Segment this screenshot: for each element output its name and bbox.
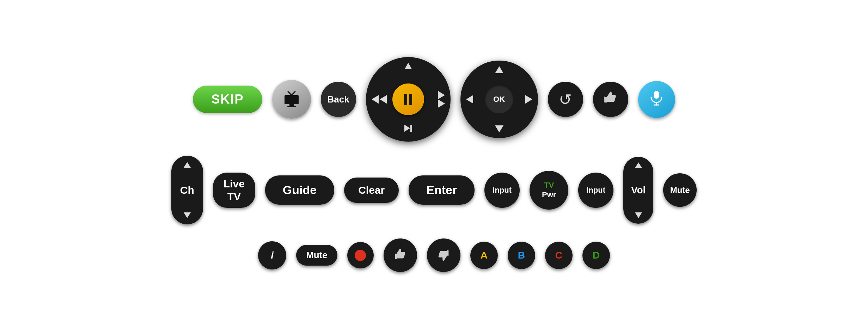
- channel-up-icon: [184, 162, 191, 168]
- back-button[interactable]: Back: [321, 82, 356, 117]
- a-label: A: [481, 250, 488, 261]
- microphone-button[interactable]: [638, 81, 675, 118]
- volume-label: Vol: [631, 185, 646, 196]
- livetv-button[interactable]: Live TV: [213, 173, 255, 208]
- fastforward-icon: [438, 91, 445, 108]
- play-icon: [405, 63, 412, 69]
- thumbsup-small-button[interactable]: [384, 238, 417, 272]
- volume-button[interactable]: Vol: [623, 157, 653, 224]
- row-bottom: i Mute A: [258, 238, 610, 272]
- input-label-1: Input: [493, 186, 512, 195]
- mute-button-2[interactable]: Mute: [296, 245, 337, 266]
- svg-rect-1: [289, 104, 294, 106]
- left-arrow-icon: [466, 95, 473, 104]
- volume-up-icon: [635, 162, 642, 168]
- stepforward-icon: [404, 125, 412, 132]
- c-label: C: [555, 250, 562, 261]
- thumbsup-button[interactable]: [593, 82, 628, 117]
- microphone-icon: [648, 89, 665, 110]
- record-button[interactable]: [347, 242, 374, 268]
- pause-icon: [404, 94, 412, 105]
- guide-button[interactable]: Guide: [265, 175, 334, 205]
- svg-line-3: [288, 92, 292, 95]
- row-top: SKIP Back: [193, 57, 675, 142]
- remote-buttons-layout: SKIP Back: [150, 43, 718, 286]
- channel-button[interactable]: Ch: [171, 156, 203, 224]
- channel-down-icon: [184, 212, 191, 218]
- info-button[interactable]: i: [258, 241, 286, 269]
- livetv-label-bottom: TV: [227, 190, 241, 203]
- record-icon: [355, 250, 366, 261]
- replay-button[interactable]: ↺: [548, 82, 583, 117]
- livetv-label-top: Live: [224, 178, 245, 190]
- b-label: B: [518, 250, 525, 261]
- thumbsup-small-icon: [392, 247, 408, 263]
- d-label: D: [593, 250, 600, 261]
- b-button[interactable]: B: [508, 242, 535, 269]
- row-middle: Ch Live TV Guide Clear Enter Input TV Pw…: [171, 156, 697, 224]
- tv-button[interactable]: [272, 80, 311, 119]
- input-label-2: Input: [586, 186, 605, 195]
- enter-button[interactable]: Enter: [409, 175, 475, 205]
- media-dpad: [366, 57, 451, 142]
- svg-rect-6: [654, 91, 659, 99]
- ok-button[interactable]: OK: [485, 85, 513, 113]
- skip-button[interactable]: SKIP: [193, 86, 262, 113]
- rewind-icon: [372, 95, 387, 104]
- svg-rect-0: [285, 95, 299, 104]
- tv-icon: [281, 89, 302, 110]
- input-button-1[interactable]: Input: [484, 173, 520, 208]
- tv-pwr-tv-label: TV: [544, 181, 554, 190]
- channel-label: Ch: [180, 184, 194, 196]
- mute-button-1[interactable]: Mute: [663, 173, 697, 207]
- ok-dpad: OK: [460, 61, 538, 138]
- c-button[interactable]: C: [545, 242, 573, 269]
- svg-rect-5: [604, 97, 605, 103]
- tvpwr-button[interactable]: TV Pwr: [530, 171, 568, 210]
- tv-pwr-pwr-label: Pwr: [542, 190, 556, 199]
- svg-line-4: [292, 92, 295, 95]
- input-button-2[interactable]: Input: [578, 173, 613, 208]
- info-label: i: [271, 250, 274, 261]
- right-arrow-icon: [525, 95, 532, 104]
- clear-button[interactable]: Clear: [344, 178, 399, 203]
- thumbsdown-small-icon: [436, 247, 451, 263]
- thumbsdown-small-button[interactable]: [427, 238, 460, 272]
- d-button[interactable]: D: [582, 242, 610, 269]
- pause-button[interactable]: [392, 83, 424, 115]
- thumbsup-icon: [603, 90, 619, 109]
- a-button[interactable]: A: [470, 242, 498, 269]
- volume-down-icon: [635, 212, 642, 218]
- down-arrow-icon: [495, 125, 503, 132]
- svg-rect-2: [287, 106, 296, 107]
- up-arrow-icon: [495, 66, 503, 73]
- replay-icon: ↺: [559, 91, 572, 108]
